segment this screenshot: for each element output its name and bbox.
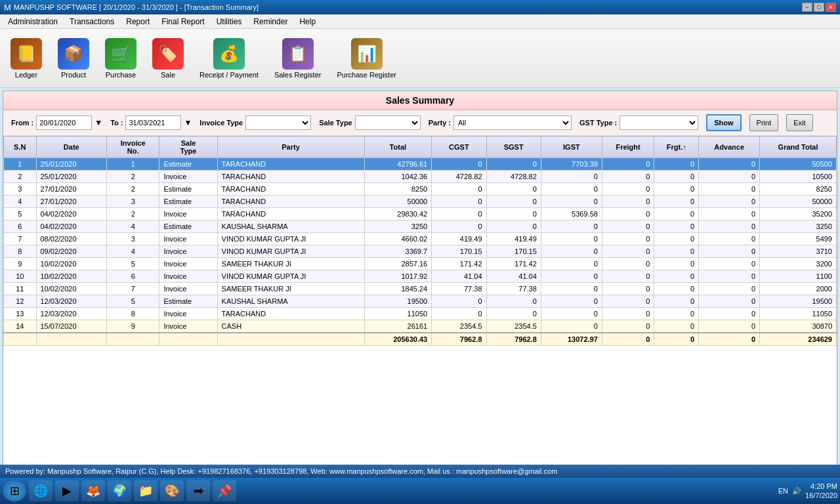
toolbar-sale[interactable]: 🏷️ Sale	[147, 35, 189, 81]
table-row[interactable]: 1110/02/20207InvoiceSAMEER THAKUR JI1845…	[4, 283, 837, 295]
toolbar-ledger[interactable]: 📒 Ledger	[5, 35, 47, 81]
table-cell: VINOD KUMAR GUPTA JI	[217, 270, 364, 283]
toolbar-purchase-register[interactable]: 📊 Purchase Register	[331, 35, 402, 81]
table-cell: Invoice	[159, 208, 217, 220]
to-date-dropdown-icon[interactable]: ▼	[184, 118, 192, 127]
from-date-dropdown-icon[interactable]: ▼	[94, 118, 102, 127]
menu-final-report[interactable]: Final Report	[156, 16, 209, 28]
exit-button[interactable]: Exit	[786, 114, 812, 131]
table-cell: Estimate	[159, 220, 217, 233]
toolbar-receipt-payment[interactable]: 💰 Receipt / Payment	[194, 35, 264, 81]
table-row[interactable]: 427/01/20203EstimateTARACHAND50000000000…	[4, 196, 837, 208]
total-cell	[36, 333, 107, 346]
table-cell: 0	[654, 320, 699, 333]
gst-type-select[interactable]	[620, 116, 698, 130]
table-row[interactable]: 125/01/20201EstimateTARACHAND42796.61007…	[4, 158, 837, 171]
table-cell: 0	[541, 320, 602, 333]
taskbar-chrome[interactable]: 🌍	[108, 480, 131, 501]
table-cell: 8	[4, 245, 37, 258]
table-row[interactable]: 225/01/20202InvoiceTARACHAND1042.364728.…	[4, 171, 837, 183]
table-cell: 0	[654, 233, 699, 245]
sale-type-select[interactable]	[355, 116, 421, 130]
party-select[interactable]: All	[453, 116, 572, 130]
close-button[interactable]: ✕	[826, 3, 836, 12]
menu-reminder[interactable]: Reminder	[248, 16, 293, 28]
table-row[interactable]: 604/02/20204EstimateKAUSHAL SHARMA325000…	[4, 220, 837, 233]
taskbar-firefox[interactable]: 🦊	[81, 480, 105, 501]
menu-utilities[interactable]: Utilities	[211, 16, 247, 28]
receipt-label: Receipt / Payment	[200, 71, 259, 79]
toolbar-product[interactable]: 📦 Product	[52, 35, 94, 81]
menu-help[interactable]: Help	[294, 16, 321, 28]
table-row[interactable]: 809/02/20204InvoiceVINOD KUMAR GUPTA JI3…	[4, 245, 837, 258]
from-date-input[interactable]	[36, 116, 92, 130]
table-cell: 0	[541, 183, 602, 196]
table-row[interactable]: 504/02/20202InvoiceTARACHAND29830.420053…	[4, 208, 837, 220]
table-cell: 0	[486, 158, 541, 171]
table-row[interactable]: 1212/03/20205EstimateKAUSHAL SHARMA19500…	[4, 295, 837, 308]
table-row[interactable]: 1415/07/20209InvoiceCASH261612354.52354.…	[4, 320, 837, 333]
table-row[interactable]: 327/01/20202EstimateTARACHAND82500000008…	[4, 183, 837, 196]
taskbar-paint[interactable]: 🎨	[160, 480, 184, 501]
gst-type-group: GST Type :	[579, 116, 698, 130]
table-cell: 10	[4, 270, 37, 283]
table-cell: 170.15	[486, 245, 541, 258]
clock-time: 4:20 PM	[805, 482, 837, 491]
toolbar-sales-register[interactable]: 📋 Sales Register	[269, 35, 327, 81]
taskbar-app7[interactable]: ➡	[186, 480, 210, 501]
col-date: Date	[36, 136, 107, 158]
total-cell: 0	[602, 333, 654, 346]
table-cell: 10500	[760, 171, 837, 183]
table-row[interactable]: 1010/02/20206InvoiceVINOD KUMAR GUPTA JI…	[4, 270, 837, 283]
table-cell: 3250	[364, 220, 432, 233]
table-cell: SAMEER THAKUR JI	[217, 258, 364, 270]
menu-administration[interactable]: Administration	[3, 16, 63, 28]
table-cell: 0	[602, 320, 654, 333]
taskbar-app8[interactable]: 📌	[213, 480, 236, 501]
start-button[interactable]: ⊞	[3, 480, 26, 501]
table-cell: 0	[602, 208, 654, 220]
menu-report[interactable]: Report	[121, 16, 155, 28]
table-cell: 0	[602, 183, 654, 196]
menu-transactions[interactable]: Transactions	[64, 16, 119, 28]
table-cell: 0	[699, 233, 760, 245]
table-cell: 419.49	[432, 233, 486, 245]
table-cell: 2857.16	[364, 258, 432, 270]
table-cell: 13	[4, 308, 37, 320]
table-cell: 4728.82	[432, 171, 486, 183]
table-cell: 50000	[760, 196, 837, 208]
table-cell: 9	[107, 320, 159, 333]
table-total-row: 205630.437962.87962.813072.97000234629	[4, 333, 837, 346]
toolbar-purchase[interactable]: 🛒 Purchase	[100, 35, 142, 81]
table-cell: 0	[699, 196, 760, 208]
minimize-button[interactable]: −	[802, 3, 812, 12]
window-title: MANPUSHP SOFTWARE [ 20/1/2020 - 31/3/202…	[14, 3, 259, 11]
table-cell: 11050	[364, 308, 432, 320]
table-cell: TARACHAND	[217, 308, 364, 320]
total-cell: 7962.8	[486, 333, 541, 346]
table-cell: 0	[432, 220, 486, 233]
party-group: Party : All	[429, 116, 572, 130]
table-cell: 19500	[760, 295, 837, 308]
table-row[interactable]: 1312/03/20208InvoiceTARACHAND11050000000…	[4, 308, 837, 320]
invoice-type-select[interactable]	[245, 116, 311, 130]
taskbar-explorer[interactable]: 📁	[134, 480, 158, 501]
table-cell: VINOD KUMAR GUPTA JI	[217, 245, 364, 258]
total-cell	[217, 333, 364, 346]
print-button[interactable]: Print	[749, 114, 779, 131]
table-cell: KAUSHAL SHARMA	[217, 220, 364, 233]
table-row[interactable]: 910/02/20205InvoiceSAMEER THAKUR JI2857.…	[4, 258, 837, 270]
table-cell: 1042.36	[364, 171, 432, 183]
table-cell: 41.04	[486, 270, 541, 283]
table-cell: TARACHAND	[217, 171, 364, 183]
to-date-input[interactable]	[125, 116, 181, 130]
show-button[interactable]: Show	[706, 114, 741, 131]
table-cell: 0	[602, 295, 654, 308]
table-row[interactable]: 708/02/20203InvoiceVINOD KUMAR GUPTA JI4…	[4, 233, 837, 245]
table-cell: 50500	[760, 158, 837, 171]
restore-button[interactable]: □	[814, 3, 824, 12]
taskbar-media[interactable]: ▶	[55, 480, 79, 501]
table-cell: 4	[4, 196, 37, 208]
taskbar-ie[interactable]: 🌐	[29, 480, 52, 501]
table-cell: 27/01/2020	[36, 196, 107, 208]
